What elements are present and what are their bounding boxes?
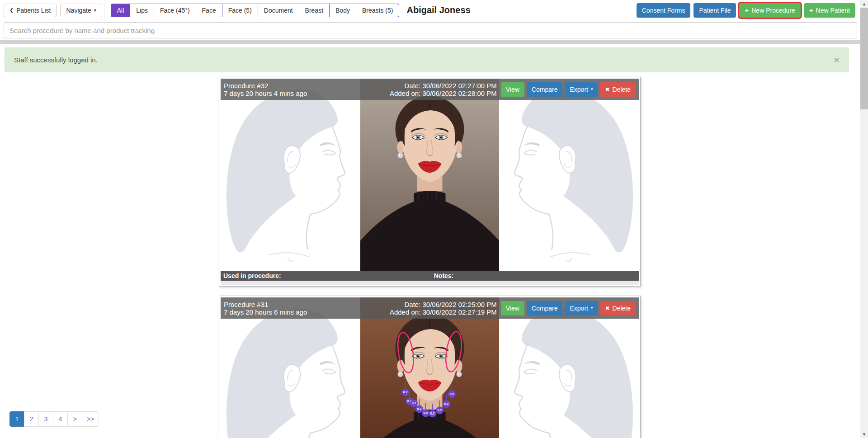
search-bar bbox=[0, 20, 868, 40]
svg-text:0.2: 0.2 bbox=[403, 391, 408, 394]
procedure-time-ago: 7 days 20 hours 6 mins ago bbox=[224, 308, 307, 316]
plus-icon: + bbox=[745, 7, 749, 14]
tab-face-45[interactable]: Face (45°) bbox=[154, 4, 196, 17]
tab-breast[interactable]: Breast bbox=[299, 4, 330, 17]
consent-forms-button[interactable]: Consent Forms bbox=[637, 3, 691, 18]
procedure-title: Procedure #31 bbox=[224, 301, 307, 308]
patients-list-label: Patients List bbox=[16, 7, 51, 14]
new-procedure-label: New Procedure bbox=[751, 7, 795, 14]
procedure-list: Procedure #32 7 days 20 hours 4 mins ago… bbox=[219, 77, 641, 438]
navigate-button[interactable]: Navigate ▾ bbox=[60, 4, 102, 17]
export-button[interactable]: Export ▾ bbox=[565, 301, 598, 316]
new-patient-button[interactable]: + New Patient bbox=[804, 3, 855, 18]
footer-spacer bbox=[221, 281, 639, 285]
export-button[interactable]: Export ▾ bbox=[565, 82, 598, 97]
delete-label: Delete bbox=[613, 86, 631, 93]
new-procedure-button[interactable]: + New Procedure bbox=[739, 3, 800, 18]
vertical-scrollbar[interactable]: ▲ ▼ bbox=[860, 0, 868, 438]
procedure-date: Date: 30/06/2022 02:27:00 PM bbox=[390, 82, 497, 89]
caret-down-icon: ▾ bbox=[591, 87, 593, 91]
patient-file-button[interactable]: Patient File bbox=[693, 3, 736, 18]
caret-down-icon: ▾ bbox=[591, 306, 593, 310]
plus-icon: + bbox=[809, 7, 813, 14]
tab-body[interactable]: Body bbox=[329, 4, 356, 17]
page-next-button[interactable]: > bbox=[67, 411, 82, 427]
alert-message: Staff successfully logged in. bbox=[14, 56, 98, 64]
svg-text:0.2: 0.2 bbox=[417, 407, 422, 410]
procedure-title: Procedure #32 bbox=[224, 82, 307, 89]
toolbar-divider bbox=[104, 0, 104, 20]
export-label: Export bbox=[570, 86, 588, 93]
success-alert: Staff successfully logged in. × bbox=[5, 47, 849, 72]
page-button-3[interactable]: 3 bbox=[38, 411, 53, 427]
patient-file-label: Patient File bbox=[699, 7, 731, 14]
procedure-card-32: Procedure #32 7 days 20 hours 4 mins ago… bbox=[219, 77, 641, 287]
svg-text:0.2: 0.2 bbox=[444, 402, 449, 405]
svg-text:0.2: 0.2 bbox=[438, 409, 442, 412]
tab-face[interactable]: Face bbox=[196, 4, 222, 17]
page-button-4[interactable]: 4 bbox=[53, 411, 68, 427]
notes-label: Notes: bbox=[434, 272, 454, 279]
svg-text:0.2: 0.2 bbox=[450, 392, 454, 396]
procedure-header: Procedure #32 7 days 20 hours 4 mins ago… bbox=[221, 79, 639, 100]
patients-list-button[interactable]: ❮ Patients List bbox=[4, 4, 57, 17]
view-label: View bbox=[506, 305, 519, 312]
procedure-time-ago: 7 days 20 hours 4 mins ago bbox=[224, 89, 307, 97]
view-button[interactable]: View bbox=[501, 82, 524, 97]
scroll-up-button[interactable]: ▲ bbox=[860, 0, 868, 8]
patient-actions: Consent Forms Patient File + New Procedu… bbox=[637, 3, 855, 18]
procedure-footer: Used in procedure: Notes: bbox=[221, 271, 639, 281]
svg-text:0.2: 0.2 bbox=[424, 411, 428, 414]
annotation-dot: 0.2 bbox=[401, 382, 409, 396]
page-last-button[interactable]: >> bbox=[82, 411, 99, 427]
profile-sketch-right bbox=[500, 79, 639, 271]
view-button[interactable]: View bbox=[501, 301, 524, 316]
x-icon: ✖ bbox=[605, 87, 609, 92]
tab-breasts-5[interactable]: Breasts (5) bbox=[356, 4, 399, 17]
tab-lips[interactable]: Lips bbox=[130, 4, 154, 17]
alert-close-button[interactable]: × bbox=[834, 55, 840, 65]
scroll-down-button[interactable]: ▼ bbox=[860, 430, 868, 438]
consent-forms-label: Consent Forms bbox=[642, 7, 685, 14]
used-in-procedure-label: Used in procedure: bbox=[223, 272, 281, 279]
caret-down-icon: ▾ bbox=[94, 8, 96, 13]
delete-button[interactable]: ✖ Delete bbox=[600, 301, 636, 316]
view-label: View bbox=[506, 86, 519, 93]
scrollbar-thumb[interactable] bbox=[860, 8, 868, 109]
page-button-1[interactable]: 1 bbox=[9, 411, 24, 427]
tab-all[interactable]: All bbox=[111, 4, 131, 17]
page-button-2[interactable]: 2 bbox=[24, 411, 39, 427]
top-toolbar: ❮ Patients List Navigate ▾ All Lips Face… bbox=[0, 0, 868, 20]
pagination: 1 2 3 4 > >> bbox=[9, 411, 99, 427]
svg-text:0.2: 0.2 bbox=[412, 401, 416, 405]
export-label: Export bbox=[570, 305, 588, 312]
procedure-added-date: Added on: 30/06/2022 02:28:00 PM bbox=[390, 89, 497, 97]
new-patient-label: New Patient bbox=[816, 7, 850, 14]
profile-sketch-left bbox=[221, 79, 359, 271]
chevron-left-icon: ❮ bbox=[9, 8, 14, 13]
page-title-patient-name: Abigail Joness bbox=[406, 5, 470, 15]
procedure-added-date: Added on: 30/06/2022 02:27:19 PM bbox=[390, 308, 497, 316]
procedure-card-31: Procedure #31 7 days 20 hours 6 mins ago… bbox=[219, 296, 641, 438]
svg-text:0.2: 0.2 bbox=[430, 412, 435, 415]
compare-button[interactable]: Compare bbox=[527, 301, 563, 316]
tab-document[interactable]: Document bbox=[258, 4, 299, 17]
procedure-date: Date: 30/06/2022 02:25:00 PM bbox=[390, 301, 497, 308]
tab-face-5[interactable]: Face (5) bbox=[222, 4, 258, 17]
search-input[interactable] bbox=[4, 22, 857, 38]
compare-label: Compare bbox=[532, 86, 558, 93]
x-icon: ✖ bbox=[605, 306, 609, 311]
procedure-photo bbox=[360, 79, 499, 271]
divider-strip bbox=[0, 40, 868, 44]
delete-label: Delete bbox=[613, 305, 631, 312]
navigate-label: Navigate bbox=[66, 7, 91, 14]
procedure-header: Procedure #31 7 days 20 hours 6 mins ago… bbox=[221, 297, 639, 319]
compare-button[interactable]: Compare bbox=[527, 82, 563, 97]
compare-label: Compare bbox=[532, 305, 558, 312]
category-tabs: All Lips Face (45°) Face Face (5) Docume… bbox=[111, 4, 400, 17]
delete-button[interactable]: ✖ Delete bbox=[600, 82, 636, 97]
